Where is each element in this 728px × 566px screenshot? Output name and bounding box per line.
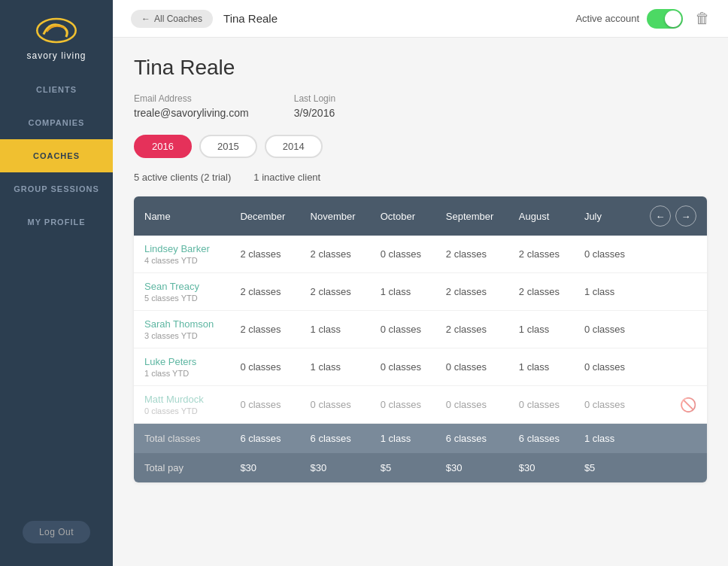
client-november: 2 classes [300, 273, 370, 311]
col-nav: ← → [639, 196, 707, 236]
active-account-toggle[interactable] [647, 9, 683, 29]
col-august: August [508, 196, 574, 236]
total-december: 6 classes [229, 424, 299, 454]
active-account-area: Active account 🗑 [575, 9, 710, 29]
client-november: 2 classes [300, 236, 370, 273]
email-value: treale@savoryliving.com [134, 107, 249, 119]
client-name-link[interactable]: Sean Treacy [144, 281, 219, 292]
logo-text: savory living [26, 50, 86, 61]
client-december: 0 classes [229, 386, 299, 424]
col-july: July [574, 196, 639, 236]
client-october: 0 classes [370, 348, 435, 386]
active-clients-stat: 5 active clients (2 trial) [134, 172, 231, 183]
client-september: 2 classes [435, 273, 508, 311]
client-status-cell [639, 273, 707, 311]
client-name-link[interactable]: Lindsey Barker [144, 243, 219, 254]
client-november: 0 classes [300, 386, 370, 424]
pay-september: $30 [435, 453, 508, 482]
client-october: 0 classes [370, 386, 435, 424]
client-status-cell [639, 311, 707, 348]
client-ytd: 4 classes YTD [144, 256, 219, 265]
svg-point-0 [37, 19, 75, 42]
col-october: October [370, 196, 435, 236]
sidebar-item-clients[interactable]: CLIENTS [0, 73, 113, 106]
content-area: Tina Reale Email Address treale@savoryli… [113, 38, 728, 566]
client-name-cell: Lindsey Barker 4 classes YTD [134, 236, 229, 273]
sidebar-item-coaches[interactable]: COACHES [0, 139, 113, 172]
back-button-label: All Coaches [154, 14, 202, 24]
last-login-value: 3/9/2016 [294, 107, 335, 119]
total-october: 1 class [370, 424, 435, 454]
sidebar: savory living CLIENTS COMPANIES COACHES … [0, 0, 113, 566]
year-2015-button[interactable]: 2015 [199, 135, 257, 158]
client-september: 2 classes [435, 311, 508, 348]
client-december: 2 classes [229, 273, 299, 311]
email-block: Email Address treale@savoryliving.com [134, 93, 249, 120]
total-august: 6 classes [508, 424, 574, 454]
top-bar: ← All Coaches Tina Reale Active account … [113, 0, 728, 38]
client-july: 0 classes [574, 386, 639, 424]
client-october: 0 classes [370, 311, 435, 348]
pay-december: $30 [229, 453, 299, 482]
client-status-cell: 🚫 [639, 386, 707, 424]
col-name: Name [134, 196, 229, 236]
client-december: 2 classes [229, 236, 299, 273]
client-ytd: 1 class YTD [144, 369, 219, 378]
client-november: 1 class [300, 348, 370, 386]
total-classes-label: Total classes [134, 424, 229, 454]
last-login-block: Last Login 3/9/2016 [294, 93, 335, 120]
client-name-cell: Matt Murdock 0 classes YTD [134, 386, 229, 424]
client-december: 0 classes [229, 348, 299, 386]
client-july: 0 classes [574, 236, 639, 273]
client-november: 1 class [300, 311, 370, 348]
client-ytd: 3 classes YTD [144, 331, 219, 340]
back-button[interactable]: ← All Coaches [131, 10, 213, 28]
logout-button[interactable]: Log Out [23, 521, 90, 543]
client-ytd: 0 classes YTD [144, 406, 219, 415]
pay-nav-empty [639, 453, 707, 482]
client-december: 2 classes [229, 311, 299, 348]
client-september: 0 classes [435, 386, 508, 424]
table-row: Matt Murdock 0 classes YTD 0 classes0 cl… [134, 386, 707, 424]
table-row: Sarah Thomson 3 classes YTD 2 classes1 c… [134, 311, 707, 348]
total-july: 1 class [574, 424, 639, 454]
client-name-link[interactable]: Matt Murdock [144, 394, 219, 405]
total-november: 6 classes [300, 424, 370, 454]
client-october: 0 classes [370, 236, 435, 273]
client-name-cell: Sarah Thomson 3 classes YTD [134, 311, 229, 348]
client-name-link[interactable]: Luke Peters [144, 356, 219, 367]
active-account-label: Active account [575, 13, 639, 24]
client-july: 0 classes [574, 311, 639, 348]
client-july: 0 classes [574, 348, 639, 386]
client-august: 1 class [508, 348, 574, 386]
stats-row: 5 active clients (2 trial) 1 inactive cl… [134, 172, 707, 183]
pay-july: $5 [574, 453, 639, 482]
info-row: Email Address treale@savoryliving.com La… [134, 93, 707, 120]
client-august: 2 classes [508, 236, 574, 273]
email-label: Email Address [134, 93, 249, 104]
toggle-thumb [665, 11, 681, 27]
table-row: Sean Treacy 5 classes YTD 2 classes2 cla… [134, 273, 707, 311]
back-arrow-icon: ← [141, 14, 150, 24]
client-august: 1 class [508, 311, 574, 348]
next-month-button[interactable]: → [675, 205, 696, 227]
clients-table: Name December November October September… [134, 196, 707, 482]
sidebar-item-group-sessions[interactable]: GROUP SESSIONS [0, 172, 113, 205]
col-september: September [435, 196, 508, 236]
prev-month-button[interactable]: ← [650, 205, 671, 227]
logo-area: savory living [0, 0, 113, 73]
col-december: December [229, 196, 299, 236]
logo-icon [34, 14, 79, 47]
pay-october: $5 [370, 453, 435, 482]
total-september: 6 classes [435, 424, 508, 454]
delete-icon[interactable]: 🗑 [695, 10, 710, 27]
client-name-link[interactable]: Sarah Thomson [144, 318, 219, 330]
year-2014-button[interactable]: 2014 [265, 135, 323, 158]
total-nav-empty [639, 424, 707, 454]
table-container: Name December November October September… [134, 196, 707, 482]
coach-title: Tina Reale [134, 56, 707, 80]
sidebar-item-companies[interactable]: COMPANIES [0, 106, 113, 139]
client-september: 2 classes [435, 236, 508, 273]
sidebar-item-my-profile[interactable]: MY PROFILE [0, 205, 113, 239]
year-2016-button[interactable]: 2016 [134, 135, 192, 158]
